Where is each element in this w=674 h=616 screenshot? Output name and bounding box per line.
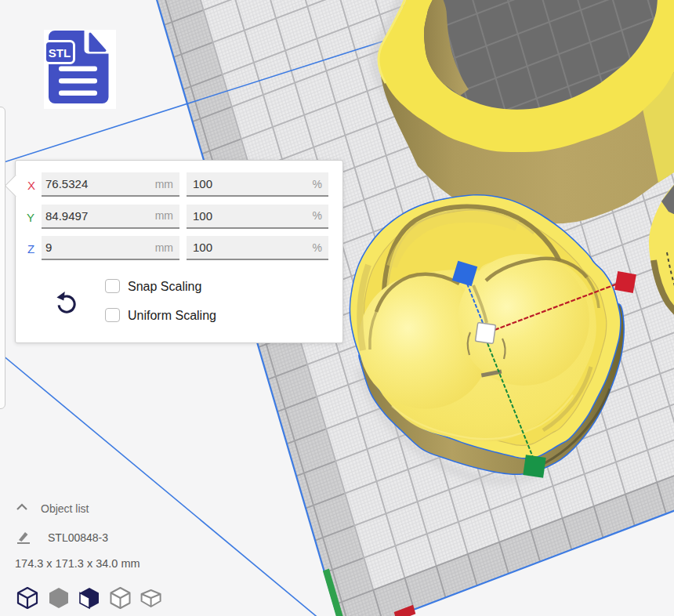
svg-text:STL: STL: [49, 46, 71, 60]
